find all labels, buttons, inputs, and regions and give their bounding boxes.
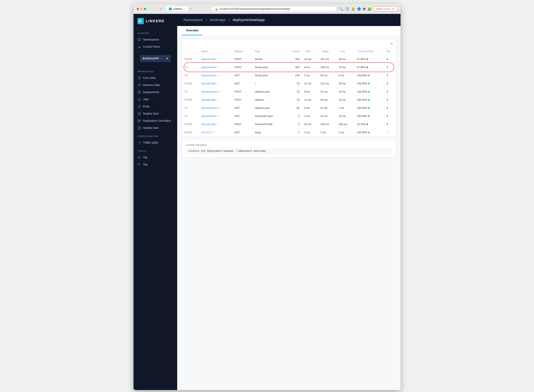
- extensions-icon[interactable]: 🧩: [367, 7, 372, 11]
- shield-icon[interactable]: 🛡️: [345, 7, 349, 11]
- cell-tap[interactable]: ⬇: [384, 63, 396, 71]
- external-link-icon[interactable]: ↗: [213, 131, 215, 133]
- sidebar-item-control-plane[interactable]: Control Plane: [133, 43, 177, 50]
- sidebar-item-replica-sets[interactable]: Replica Sets: [133, 110, 177, 117]
- query-code: linkerd top deployment/webapp --namespac…: [186, 148, 392, 154]
- external-link-icon[interactable]: ↗: [217, 74, 219, 76]
- namespace-button[interactable]: BOOKSAPP ▾: [140, 55, 171, 62]
- sidebar-item-cron-jobs[interactable]: Cron Jobs: [133, 74, 177, 81]
- external-link-icon[interactable]: ↗: [217, 123, 218, 125]
- minimize-traffic-light[interactable]: [140, 8, 143, 10]
- cell-tap[interactable]: ⬇: [384, 55, 396, 63]
- cell-best: 5 ms: [302, 112, 318, 120]
- extension-icon-2[interactable]: ⊕: [363, 7, 366, 11]
- name-link[interactable]: 10.42.0.1↗: [201, 131, 215, 134]
- sidebar-item-stateful-sets[interactable]: Stateful Sets: [133, 124, 177, 131]
- workloads-section-label: WORKLOADS: [133, 67, 177, 74]
- tab-close-button[interactable]: ×: [183, 8, 185, 10]
- cell-direction: TO: [182, 104, 199, 112]
- sidebar-item-top[interactable]: Top: [133, 161, 177, 168]
- cell-tap[interactable]: ⬇: [384, 96, 396, 104]
- col-method[interactable]: Method ↑: [232, 48, 253, 55]
- linkerd-logo-icon: ⌬: [137, 18, 144, 24]
- update-button[interactable]: Mettre à jour ☰: [373, 6, 397, 11]
- sidebar-item-traffic-splits[interactable]: Traffic Splits: [133, 139, 177, 146]
- sidebar-item-pods[interactable]: Pods: [133, 103, 177, 110]
- name-link[interactable]: deploy/books↗: [201, 115, 219, 117]
- col-success-rate[interactable]: ↑ Success Rate: [354, 48, 384, 55]
- external-link-icon[interactable]: ↗: [217, 66, 219, 68]
- sidebar-item-replication-controllers[interactable]: Replication Controllers: [133, 117, 177, 124]
- filter-icon[interactable]: ≡: [391, 42, 393, 46]
- sidebar-label-deployments: Deployments: [143, 91, 159, 94]
- cell-count: 3: [284, 112, 302, 120]
- cell-tap[interactable]: ⬇: [384, 120, 396, 128]
- forward-button[interactable]: ›: [154, 7, 157, 11]
- name-link[interactable]: deploy/books↗: [201, 66, 219, 69]
- sidebar-item-deployments[interactable]: Deployments: [133, 89, 177, 96]
- name-link[interactable]: deploy/traffic↗: [201, 98, 218, 101]
- cell-success-rate: 100.00%: [354, 96, 384, 104]
- sidebar-item-jobs[interactable]: Jobs: [133, 96, 177, 103]
- cell-tap[interactable]: ⬇: [384, 88, 396, 96]
- cell-tap[interactable]: ⬇: [384, 71, 396, 79]
- cell-tap[interactable]: ⬇: [384, 79, 396, 88]
- name-link[interactable]: deploy/authors↗: [201, 90, 221, 93]
- external-link-icon[interactable]: ↗: [219, 91, 221, 93]
- col-last[interactable]: ↑ Last: [336, 48, 355, 55]
- success-rate-value: 33.33%: [357, 123, 365, 126]
- name-link[interactable]: deploy/traffic↗: [201, 58, 218, 61]
- external-link-icon[interactable]: ↗: [217, 82, 218, 85]
- table-body: FROMdeploy/traffic↗POST/books30913 ms167…: [182, 55, 396, 136]
- browser-tab[interactable]: Linkerd ×: [165, 6, 188, 12]
- col-worst[interactable]: ↓ Worst: [318, 48, 336, 55]
- external-link-icon[interactable]: ↗: [219, 107, 221, 109]
- chevron-down-icon: ▾: [166, 57, 168, 60]
- address-bar[interactable]: 🔒 localhost:50750/namespaces/booksapp/de…: [211, 6, 337, 12]
- tap-button[interactable]: ⬇: [386, 74, 389, 77]
- tap-button[interactable]: ⬇: [386, 57, 389, 61]
- search-icon[interactable]: 🔍: [339, 7, 343, 11]
- sidebar-item-tap[interactable]: Tap: [133, 154, 177, 161]
- cell-count: 2: [284, 128, 302, 136]
- cell-tap[interactable]: ⬇: [384, 112, 396, 120]
- name-link[interactable]: deploy/authors↗: [201, 107, 221, 109]
- table-row: FROM10.42.0.1↗GET/ping23 ms3 ms3 ms100.0…: [182, 128, 396, 136]
- col-path[interactable]: Path ↑: [253, 48, 284, 55]
- cell-tap[interactable]: ⬇: [384, 104, 396, 112]
- external-link-icon[interactable]: ↗: [217, 99, 218, 101]
- tap-button[interactable]: ⬇: [386, 106, 389, 109]
- external-link-icon[interactable]: ↗: [217, 58, 218, 60]
- cell-success-rate: 100.00%: [354, 79, 384, 88]
- tap-button[interactable]: ⬇: [386, 90, 389, 93]
- tab-overview[interactable]: Overview: [182, 26, 202, 35]
- refresh-button[interactable]: ↻: [158, 7, 163, 11]
- name-link[interactable]: deploy/traffic↗: [201, 123, 218, 126]
- tools-section-label: TOOLS: [133, 146, 177, 154]
- name-link[interactable]: deploy/traffic↗: [201, 82, 218, 85]
- table-row: TOdeploy/books↗GET/books.json1395 ms94 m…: [182, 71, 396, 79]
- maximize-traffic-light[interactable]: [144, 8, 146, 10]
- tap-button[interactable]: ⬇: [386, 65, 389, 69]
- col-best[interactable]: ↑ Best: [302, 48, 318, 55]
- warning-icon[interactable]: ⚠️: [351, 7, 355, 11]
- name-link[interactable]: deploy/books↗: [201, 74, 219, 77]
- close-traffic-light[interactable]: [137, 8, 139, 10]
- back-button[interactable]: ‹: [149, 7, 152, 11]
- tap-button[interactable]: ⬇: [386, 122, 389, 126]
- tap-button[interactable]: ⬇: [386, 98, 389, 101]
- tab-favicon: [169, 8, 172, 10]
- new-tab-button[interactable]: +: [190, 7, 192, 11]
- col-name[interactable]: Name: [199, 48, 232, 55]
- success-rate-value: 47.90%: [357, 58, 365, 61]
- tap-button[interactable]: ⬇: [386, 82, 389, 85]
- col-count[interactable]: ↓ Count: [284, 48, 302, 55]
- extension-icon-1[interactable]: 🔷: [357, 7, 361, 11]
- sidebar-item-daemon-sets[interactable]: Daemon Sets: [133, 81, 177, 89]
- tap-button[interactable]: ⬇: [386, 114, 389, 117]
- sidebar-item-namespaces[interactable]: Namespaces: [133, 36, 177, 43]
- cell-success-rate: 47.90%: [354, 55, 384, 63]
- cell-path: /books: [253, 55, 284, 63]
- sidebar-label-tap: Tap: [143, 156, 148, 159]
- external-link-icon[interactable]: ↗: [217, 115, 219, 117]
